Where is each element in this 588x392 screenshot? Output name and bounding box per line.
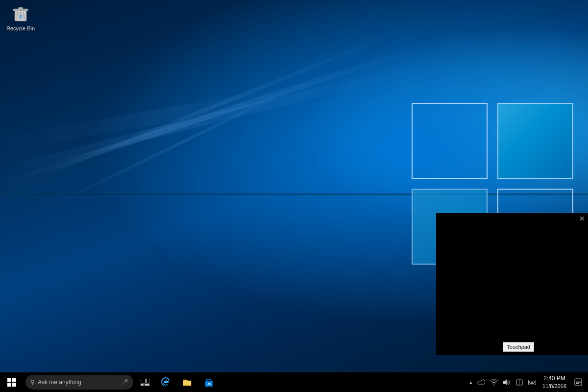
- desktop: ♻ Recycle Bin ✕ Touchpad: [0, 0, 588, 372]
- panel-close-button[interactable]: ✕: [579, 215, 585, 222]
- svg-rect-19: [532, 381, 533, 382]
- svg-rect-17: [529, 381, 530, 382]
- tray-touchpad-icon[interactable]: [513, 372, 526, 392]
- onedrive-svg: [477, 379, 485, 386]
- svg-rect-22: [531, 382, 532, 383]
- svg-text:♻: ♻: [19, 14, 23, 20]
- clock-date: 11/8/2016: [542, 383, 566, 390]
- svg-rect-24: [534, 382, 535, 383]
- svg-rect-20: [534, 381, 535, 382]
- clock-time: 2:40 PM: [543, 375, 565, 383]
- tray-wifi-icon[interactable]: [488, 372, 500, 392]
- svg-rect-27: [576, 381, 581, 381]
- volume-svg: [503, 379, 511, 386]
- svg-rect-9: [141, 384, 144, 386]
- svg-rect-21: [529, 382, 530, 383]
- win-pane-tr: [497, 103, 573, 179]
- task-view-icon: [141, 379, 149, 386]
- show-hidden-icons-button[interactable]: ▲: [467, 372, 475, 392]
- svg-rect-2: [18, 7, 23, 9]
- recycle-bin-graphic: ♻: [11, 4, 30, 24]
- svg-rect-18: [531, 381, 532, 382]
- black-popup-panel: ✕: [436, 213, 588, 355]
- start-icon-tl: [7, 378, 11, 382]
- notification-icon: [574, 378, 582, 386]
- show-hidden-chevron: ▲: [468, 380, 473, 385]
- svg-marker-13: [503, 379, 507, 385]
- tray-onedrive-icon[interactable]: [475, 372, 488, 392]
- search-placeholder-text: Ask me anything: [38, 379, 81, 386]
- svg-rect-25: [530, 383, 534, 384]
- win-pane-tl: [412, 103, 488, 179]
- recycle-bin-icon[interactable]: ♻ Recycle Bin: [4, 4, 37, 31]
- touchpad-svg: [516, 379, 523, 386]
- taskbar: ⚲ Ask me anything 🎤: [0, 372, 588, 392]
- taskbar-right: ▲: [467, 372, 588, 392]
- recycle-bin-label: Recycle Bin: [4, 25, 37, 31]
- tray-keyboard-icon[interactable]: [526, 372, 539, 392]
- touchpad-tooltip: Touchpad: [503, 342, 534, 352]
- wifi-svg: [490, 379, 498, 386]
- start-icon-tr: [12, 378, 16, 382]
- start-icon-br: [12, 383, 16, 387]
- svg-rect-28: [576, 382, 581, 383]
- start-button[interactable]: [0, 372, 24, 392]
- pinned-file-explorer-button[interactable]: [176, 372, 198, 392]
- pinned-store-button[interactable]: 🛍: [198, 372, 220, 392]
- svg-rect-10: [145, 384, 149, 386]
- touchpad-tooltip-label: Touchpad: [507, 344, 530, 350]
- cortana-mic-icon[interactable]: 🎤: [121, 379, 128, 386]
- svg-rect-29: [576, 383, 579, 384]
- svg-rect-8: [147, 379, 149, 383]
- start-icon: [7, 378, 16, 387]
- pinned-edge-button[interactable]: [155, 372, 176, 392]
- search-icon: ⚲: [30, 379, 35, 386]
- tray-volume-icon[interactable]: [500, 372, 513, 392]
- svg-text:🛍: 🛍: [207, 382, 211, 386]
- store-icon: 🛍: [204, 377, 214, 387]
- svg-rect-7: [141, 379, 146, 383]
- file-explorer-icon: [182, 377, 192, 387]
- keyboard-svg: [528, 379, 536, 386]
- task-view-button[interactable]: [135, 372, 155, 392]
- search-bar[interactable]: ⚲ Ask me anything 🎤: [25, 375, 133, 390]
- recycle-bin-svg: ♻: [11, 4, 30, 24]
- svg-rect-23: [532, 382, 533, 383]
- start-icon-bl: [7, 383, 11, 387]
- action-center-button[interactable]: [570, 372, 586, 392]
- system-clock[interactable]: 2:40 PM 11/8/2016: [539, 372, 570, 392]
- edge-icon: [161, 377, 171, 387]
- taskbar-left: ⚲ Ask me anything 🎤: [0, 372, 220, 392]
